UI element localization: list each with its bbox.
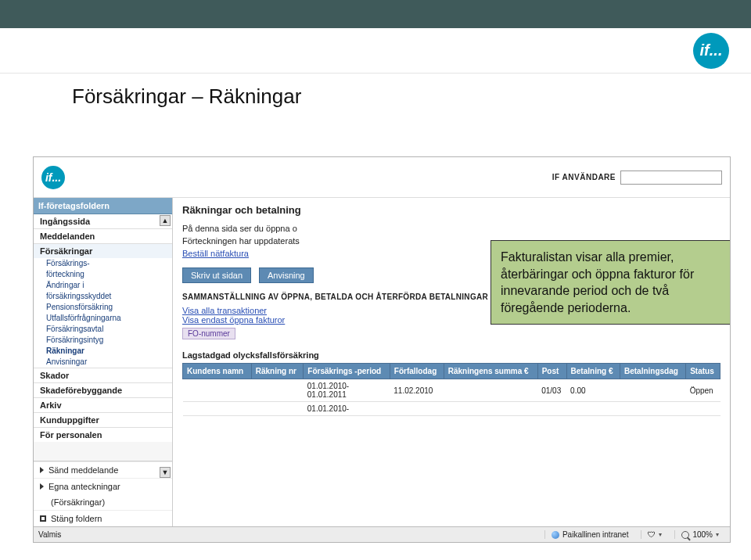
shield-icon: 🛡 [648, 530, 656, 539]
invoice-table: Kundens namn Räkning nr Försäkrings -per… [182, 363, 720, 416]
nav-sub-item[interactable]: Försäkrings- [46, 258, 172, 269]
sidebar-header: If-företagsfoldern [34, 198, 172, 214]
status-bar: Valmis Paikallinen intranet 🛡 ▾ 100% ▾ [34, 526, 730, 542]
nav-sub-item[interactable]: Ändringar i [46, 280, 172, 291]
nav-sub-item[interactable]: Pensionsförsäkring [46, 302, 172, 313]
col-period[interactable]: Försäkrings -period [304, 364, 390, 379]
table-row[interactable]: 01.01.2010- [183, 402, 720, 416]
cell-period: 01.01.2010- [304, 402, 390, 416]
top-stripe [0, 0, 751, 28]
nav-sub-item[interactable]: förteckning [46, 269, 172, 280]
cell-status: Öppen [686, 379, 720, 402]
table-row[interactable]: 01.01.2010- 01.01.2011 11.02.2010 01/03 … [183, 379, 720, 402]
nav-sub-rakningar[interactable]: Räkningar [46, 346, 172, 357]
nav-sub-item[interactable]: Försäkringsintyg [46, 335, 172, 346]
chevron-down-icon: ▾ [659, 531, 662, 538]
status-ready: Valmis [38, 530, 61, 539]
info-tooltip: Fakturalistan visar alla premier, återbä… [490, 240, 730, 325]
print-button[interactable]: Skriv ut sidan [182, 267, 251, 283]
arrow-icon [40, 467, 44, 473]
status-protected[interactable]: 🛡 ▾ [641, 530, 668, 539]
col-post[interactable]: Post [537, 364, 566, 379]
square-icon [40, 515, 46, 522]
if-logo: if... [693, 33, 729, 69]
scroll-down-icon[interactable]: ▼ [160, 467, 171, 478]
col-forfall[interactable]: Förfallodag [390, 364, 444, 379]
col-summa[interactable]: Räkningens summa € [444, 364, 537, 379]
nav-arkiv[interactable]: Arkiv [34, 397, 172, 412]
cell-period: 01.01.2010- 01.01.2011 [304, 379, 390, 402]
nav-skadeforebyggande[interactable]: Skadeförebyggande [34, 382, 172, 397]
nav-sub-item[interactable]: Försäkringsavtal [46, 324, 172, 335]
chevron-down-icon: ▾ [716, 531, 719, 538]
col-betaldag[interactable]: Betalningsdag [620, 364, 685, 379]
cell-paid: 0.00 [566, 379, 620, 402]
nav-forsakringar-children: Försäkrings- förteckning Ändringar i för… [34, 258, 172, 368]
user-label: IF ANVÄNDARE [552, 173, 616, 181]
nav-for-personalen[interactable]: För personalen [34, 427, 172, 442]
content-heading: Räkningar och betalning [182, 204, 720, 216]
action-send-message[interactable]: Sänd meddelande [34, 461, 172, 478]
zoom-icon [681, 531, 689, 539]
app-logo-icon: if... [41, 166, 65, 189]
fo-nummer-chip[interactable]: FO-nummer [182, 328, 235, 339]
nav-meddelanden[interactable]: Meddelanden [34, 228, 172, 243]
nav-forsakringar[interactable]: Försäkringar [34, 243, 172, 258]
sidebar-actions: Sänd meddelande Egna anteckningar (Försä… [34, 461, 172, 526]
col-kund[interactable]: Kundens namn [183, 364, 252, 379]
intro-text-1: På denna sida ser du öppna o [182, 224, 720, 233]
group-heading: Lagstadgad olycksfallsförsäkring [182, 350, 720, 360]
show-open-link[interactable]: Visa endast öppna fakturor [182, 315, 285, 325]
action-own-notes-sub: (Försäkringar) [34, 494, 172, 510]
arrow-icon [40, 483, 44, 490]
col-betalning[interactable]: Betalning € [566, 364, 620, 379]
scroll-up-icon[interactable]: ▲ [160, 215, 171, 226]
table-header-row: Kundens namn Räkning nr Försäkrings -per… [183, 364, 720, 379]
help-button[interactable]: Anvisning [259, 267, 314, 283]
col-rakning[interactable]: Räkning nr [251, 364, 304, 379]
status-zone: Paikallinen intranet [544, 530, 635, 539]
action-own-notes[interactable]: Egna anteckningar [34, 478, 172, 494]
nav-sub-item[interactable]: försäkringsskyddet [46, 291, 172, 302]
nav-skador[interactable]: Skador [34, 368, 172, 382]
cell-due: 11.02.2010 [390, 379, 444, 402]
col-status[interactable]: Status [686, 364, 720, 379]
user-input[interactable] [620, 171, 722, 185]
globe-icon [552, 531, 559, 539]
status-zoom[interactable]: 100% ▾ [674, 530, 725, 539]
action-close-folder[interactable]: Stäng foldern [34, 510, 172, 526]
show-all-link[interactable]: Visa alla transaktioner [182, 306, 267, 315]
main-content: Räkningar och betalning På denna sida se… [173, 198, 730, 526]
nav-sub-item[interactable]: Anvisningar [46, 357, 172, 368]
app-header: if... IF ANVÄNDARE [34, 157, 730, 198]
nav-kunduppgifter[interactable]: Kunduppgifter [34, 412, 172, 427]
page-title: Försäkringar – Räkningar [0, 74, 751, 127]
nav-ingangssida[interactable]: Ingångssida [34, 214, 172, 228]
order-einvoice-link[interactable]: Beställ nätfaktura [182, 249, 249, 258]
nav-sub-item[interactable]: Utfallsförfrågningarna [46, 313, 172, 324]
logo-bar: if... [0, 28, 751, 74]
app-window: if... IF ANVÄNDARE If-företagsfoldern ▲ … [33, 156, 731, 543]
cell-post: 01/03 [537, 379, 566, 402]
sidebar: If-företagsfoldern ▲ Ingångssida Meddela… [34, 198, 173, 526]
